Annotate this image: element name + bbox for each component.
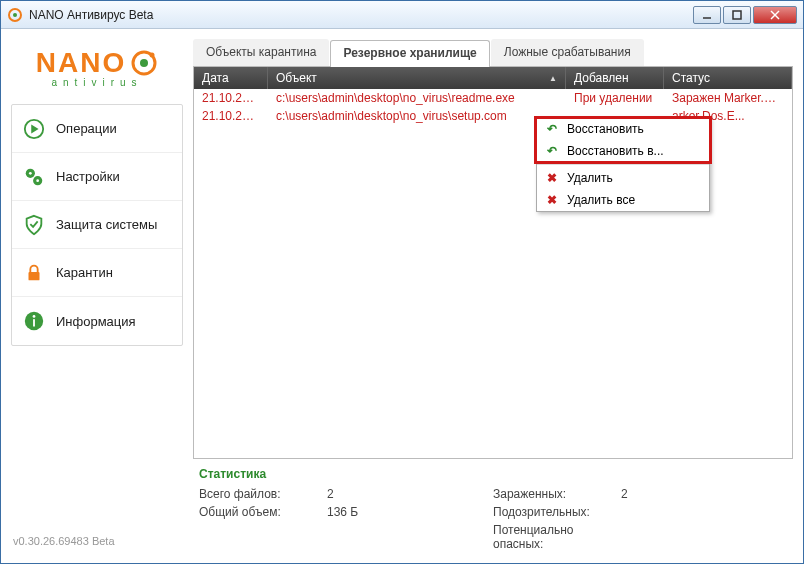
ctx-delete-all[interactable]: ✖ Удалить все — [537, 189, 709, 211]
stat-value: 2 — [621, 487, 628, 501]
gears-icon — [22, 165, 46, 189]
tabs: Объекты карантина Резервное хранилище Ло… — [193, 39, 793, 67]
table: Дата Объект Добавлен Статус 21.10.2015 c… — [193, 67, 793, 459]
cell-object: c:\users\admin\desktop\no_virus\setup.co… — [268, 109, 566, 123]
cell-status: Заражен Marker.Dos.E... — [664, 91, 792, 105]
window-buttons — [693, 6, 797, 24]
ctx-label: Удалить все — [567, 193, 635, 207]
col-status[interactable]: Статус — [664, 67, 792, 89]
titlebar[interactable]: NANO Антивирус Beta — [1, 1, 803, 29]
col-date[interactable]: Дата — [194, 67, 268, 89]
svg-point-7 — [140, 59, 148, 67]
restore-icon: ↶ — [545, 144, 559, 158]
play-icon — [22, 117, 46, 141]
nav-label: Настройки — [56, 169, 120, 184]
nav: Операции Настройки Защита системы Карант… — [11, 104, 183, 346]
svg-point-1 — [13, 13, 17, 17]
cell-date: 21.10.2015 — [194, 91, 268, 105]
app-icon — [7, 7, 23, 23]
stat-value: 136 Б — [327, 505, 358, 519]
maximize-button[interactable] — [723, 6, 751, 24]
info-icon — [22, 309, 46, 333]
version-label: v0.30.26.69483 Beta — [11, 529, 183, 553]
cell-object: c:\users\admin\desktop\no_virus\readme.e… — [268, 91, 566, 105]
stat-label: Потенциально опасных: — [493, 523, 613, 551]
app-window: NANO Антивирус Beta NANO antivirus — [0, 0, 804, 564]
svg-rect-17 — [33, 319, 35, 326]
nav-item-info[interactable]: Информация — [12, 297, 182, 345]
restore-icon: ↶ — [545, 122, 559, 136]
stat-label: Общий объем: — [199, 505, 319, 519]
ctx-restore-to[interactable]: ↶ Восстановить в... — [537, 140, 709, 162]
nav-item-protection[interactable]: Защита системы — [12, 201, 182, 249]
col-object[interactable]: Объект — [268, 67, 566, 89]
nav-label: Операции — [56, 121, 117, 136]
svg-rect-15 — [29, 272, 40, 280]
svg-marker-10 — [31, 124, 38, 133]
svg-point-18 — [33, 315, 36, 318]
sidebar: NANO antivirus Операции Настройки — [11, 39, 183, 553]
nav-item-settings[interactable]: Настройки — [12, 153, 182, 201]
stat-label: Всего файлов: — [199, 487, 319, 501]
table-row[interactable]: 21.10.2015 c:\users\admin\desktop\no_vir… — [194, 89, 792, 107]
nav-label: Карантин — [56, 265, 113, 280]
table-body: 21.10.2015 c:\users\admin\desktop\no_vir… — [194, 89, 792, 458]
logo-icon — [130, 49, 158, 77]
ctx-restore[interactable]: ↶ Восстановить — [537, 118, 709, 140]
svg-point-14 — [36, 179, 39, 182]
tab-backup-storage[interactable]: Резервное хранилище — [330, 40, 489, 67]
ctx-delete[interactable]: ✖ Удалить — [537, 167, 709, 189]
main-panel: Объекты карантина Резервное хранилище Ло… — [193, 39, 793, 553]
shield-icon — [22, 213, 46, 237]
delete-icon: ✖ — [545, 171, 559, 185]
window-title: NANO Антивирус Beta — [29, 8, 693, 22]
nav-label: Защита системы — [56, 217, 157, 232]
stats-title: Статистика — [199, 467, 787, 481]
tab-quarantine-objects[interactable]: Объекты карантина — [193, 39, 329, 66]
close-button[interactable] — [753, 6, 797, 24]
logo-text: NANO — [36, 47, 126, 79]
nav-item-operations[interactable]: Операции — [12, 105, 182, 153]
context-menu: ↶ Восстановить ↶ Восстановить в... ✖ Уда… — [536, 117, 710, 212]
cell-date: 21.10.2015 — [194, 109, 268, 123]
col-added[interactable]: Добавлен — [566, 67, 664, 89]
delete-icon: ✖ — [545, 193, 559, 207]
table-header: Дата Объект Добавлен Статус — [194, 67, 792, 89]
nav-item-quarantine[interactable]: Карантин — [12, 249, 182, 297]
stat-value: 2 — [327, 487, 334, 501]
client-area: NANO antivirus Операции Настройки — [1, 29, 803, 563]
tab-false-positives[interactable]: Ложные срабатывания — [491, 39, 644, 66]
lock-icon — [22, 261, 46, 285]
svg-point-12 — [29, 171, 32, 174]
ctx-separator — [537, 164, 709, 165]
svg-point-8 — [150, 53, 155, 58]
stat-label: Зараженных: — [493, 487, 613, 501]
cell-added: При удалении — [566, 91, 664, 105]
logo-subtitle: antivirus — [51, 77, 142, 88]
minimize-button[interactable] — [693, 6, 721, 24]
nav-label: Информация — [56, 314, 136, 329]
ctx-label: Восстановить в... — [567, 144, 664, 158]
ctx-label: Восстановить — [567, 122, 644, 136]
stat-label: Подозрительных: — [493, 505, 613, 519]
stats-panel: Статистика Всего файлов:2 Общий объем:13… — [193, 459, 793, 553]
logo: NANO antivirus — [11, 47, 183, 88]
svg-rect-3 — [733, 11, 741, 19]
ctx-label: Удалить — [567, 171, 613, 185]
